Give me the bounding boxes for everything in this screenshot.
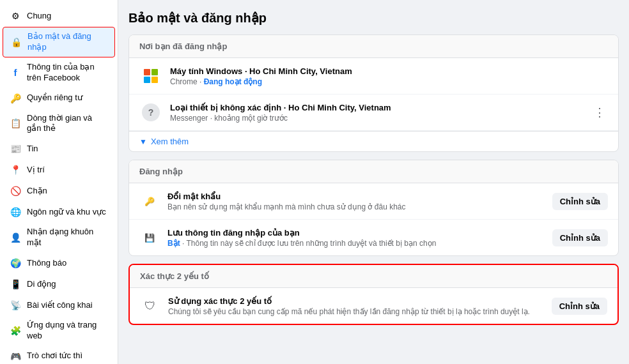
save-login-info: Lưu thông tin đăng nhập của bạn Bật · Th… <box>167 228 545 248</box>
device-name-unknown: Loại thiết bị không xác định · Ho Chi Mi… <box>170 103 584 112</box>
save-login-edit-button[interactable]: Chỉnh sửa <box>552 229 608 246</box>
apps-icon: 🧩 <box>9 324 22 337</box>
change-password-edit-button[interactable]: Chỉnh sửa <box>552 193 608 210</box>
two-factor-row: 🛡 Sử dụng xác thực 2 yếu tố Chúng tôi sẽ… <box>130 288 617 324</box>
public-icon: 📡 <box>9 299 22 312</box>
device-info-unknown: Loại thiết bị không xác định · Ho Chi Mi… <box>170 103 584 123</box>
sidebar-label-profile: Thông tin của bạn trên Facebook <box>27 62 109 84</box>
stories-icon: 📰 <box>9 142 22 155</box>
change-password-row: 🔑 Đổi mật khẩu Bạn nên sử dụng mật khẩu … <box>129 183 618 220</box>
sidebar-item-apps[interactable]: 🧩 Ứng dụng và trang web <box>3 316 115 345</box>
device-more-button[interactable]: ⋮ <box>591 103 608 122</box>
games-icon: 🎮 <box>9 350 22 363</box>
timeline-icon: 📋 <box>9 117 22 130</box>
sidebar-label-timeline: Dòng thời gian và gắn thẻ <box>27 113 109 135</box>
sidebar-item-face[interactable]: 👤 Nhận dạng khuôn mặt <box>3 223 115 252</box>
sidebar: ⚙ Chung 🔒 Bảo mật và đăng nhập f Thông t… <box>0 0 118 364</box>
sidebar-label-privacy: Quyền riêng tư <box>27 93 82 103</box>
chevron-down-icon: ▼ <box>139 137 147 146</box>
sidebar-label-apps: Ứng dụng và trang web <box>27 320 109 342</box>
two-factor-info: Sử dụng xác thực 2 yếu tố Chúng tôi sẽ y… <box>168 296 544 316</box>
sidebar-label-language: Ngôn ngữ và khu vực <box>27 207 106 218</box>
sidebar-item-stories[interactable]: 📰 Tin <box>3 139 115 159</box>
change-password-title: Đổi mật khẩu <box>167 192 545 201</box>
two-factor-edit-button[interactable]: Chỉnh sửa <box>552 298 607 315</box>
location-icon: 📍 <box>9 163 22 176</box>
sidebar-label-block: Chặn <box>27 186 47 197</box>
key-icon: 🔑 <box>139 191 160 211</box>
shield-icon: 🛡 <box>140 296 160 316</box>
sidebar-item-location[interactable]: 📍 Vị trí <box>3 160 115 180</box>
sidebar-item-mobile[interactable]: 📱 Di động <box>3 274 115 294</box>
device-info-windows: Máy tính Windows · Ho Chi Minh City, Vie… <box>170 66 608 86</box>
sidebar-item-block[interactable]: 🚫 Chặn <box>3 181 115 201</box>
unknown-device-icon: ? <box>139 101 162 124</box>
device-row-windows: Máy tính Windows · Ho Chi Minh City, Vie… <box>129 58 618 95</box>
sidebar-item-notify[interactable]: 🌍 Thông báo <box>3 253 115 273</box>
security-icon: 🔒 <box>10 36 22 49</box>
sidebar-item-language[interactable]: 🌐 Ngôn ngữ và khu vực <box>3 202 115 222</box>
two-factor-header: Xác thực 2 yếu tố <box>130 265 617 288</box>
sidebar-label-mobile: Di động <box>27 279 56 290</box>
sidebar-item-general[interactable]: ⚙ Chung <box>3 6 115 26</box>
sidebar-label-location: Vị trí <box>27 165 45 176</box>
save-icon: 💾 <box>139 227 160 248</box>
sidebar-item-profile[interactable]: f Thông tin của bạn trên Facebook <box>3 58 115 87</box>
two-factor-desc: Chúng tôi sẽ yêu cầu bạn cung cấp mã nếu… <box>168 307 544 316</box>
page-title: Bảo mật và đăng nhập <box>128 10 619 26</box>
see-more-button[interactable]: ▼ Xem thêm <box>129 131 618 151</box>
sidebar-item-public[interactable]: 📡 Bài viết công khai <box>3 295 115 315</box>
save-login-desc: Bật · Thông tin này sẽ chỉ được lưu trên… <box>167 239 545 248</box>
notify-icon: 🌍 <box>9 257 22 269</box>
language-icon: 🌐 <box>9 206 22 218</box>
login-locations-header: Nơi bạn đã đăng nhập <box>129 35 618 58</box>
sidebar-label-stories: Tin <box>27 144 38 155</box>
login-settings-header: Đăng nhập <box>129 160 618 183</box>
windows-device-icon <box>139 64 162 87</box>
login-settings-section: Đăng nhập 🔑 Đổi mật khẩu Bạn nên sử dụng… <box>128 160 619 256</box>
fb-icon: f <box>9 66 22 79</box>
save-login-title: Lưu thông tin đăng nhập của bạn <box>167 228 545 238</box>
two-factor-section: Xác thực 2 yếu tố 🛡 Sử dụng xác thực 2 y… <box>128 264 619 325</box>
save-login-row: 💾 Lưu thông tin đăng nhập của bạn Bật · … <box>129 220 618 255</box>
device-sub-windows: Chrome · Đang hoạt động <box>170 77 608 86</box>
sidebar-item-timeline[interactable]: 📋 Dòng thời gian và gắn thẻ <box>3 109 115 139</box>
sidebar-label-security: Bảo mật và đăng nhập <box>27 31 108 53</box>
sidebar-label-notify: Thông báo <box>27 258 66 269</box>
face-icon: 👤 <box>9 231 22 244</box>
privacy-icon: 🔑 <box>9 92 22 105</box>
status-active: Đang hoạt động <box>204 77 262 86</box>
sidebar-item-privacy[interactable]: 🔑 Quyền riêng tư <box>3 88 115 109</box>
sidebar-label-public: Bài viết công khai <box>27 300 93 311</box>
login-locations-section: Nơi bạn đã đăng nhập Máy tính Windows · … <box>128 34 619 152</box>
two-factor-title: Sử dụng xác thực 2 yếu tố <box>168 296 544 306</box>
device-row-unknown: ? Loại thiết bị không xác định · Ho Chi … <box>129 95 618 131</box>
sidebar-item-security[interactable]: 🔒 Bảo mật và đăng nhập <box>3 27 115 57</box>
sidebar-item-games[interactable]: 🎮 Trò chơi tức thì <box>3 346 115 364</box>
change-password-desc: Bạn nên sử dụng mật khẩu mạnh mà mình ch… <box>167 202 545 211</box>
sidebar-label-face: Nhận dạng khuôn mặt <box>27 227 109 248</box>
general-icon: ⚙ <box>9 10 22 22</box>
device-name-windows: Máy tính Windows · Ho Chi Minh City, Vie… <box>170 66 608 76</box>
mobile-icon: 📱 <box>9 278 22 291</box>
change-password-info: Đổi mật khẩu Bạn nên sử dụng mật khẩu mạ… <box>167 192 545 211</box>
device-sub-unknown: Messenger · khoảng một giờ trước <box>170 114 584 123</box>
sidebar-label-general: Chung <box>27 11 51 22</box>
block-icon: 🚫 <box>9 185 22 197</box>
main-content: Bảo mật và đăng nhập Nơi bạn đã đăng nhậ… <box>118 0 629 364</box>
sidebar-label-games: Trò chơi tức thì <box>27 351 82 361</box>
